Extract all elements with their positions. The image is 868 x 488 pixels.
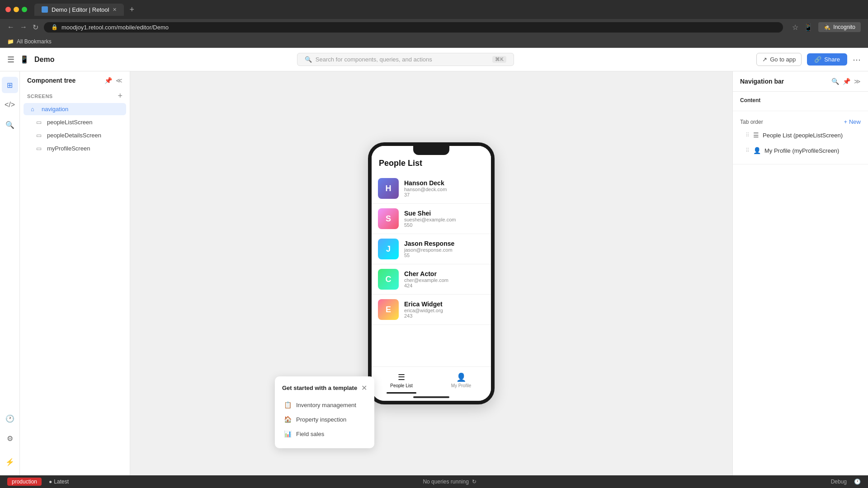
minimize-dot[interactable] <box>14 7 19 12</box>
phone-home-indicator <box>372 394 491 401</box>
popup-title: Get started with a template <box>282 385 357 391</box>
add-screen-btn[interactable]: + <box>118 91 123 101</box>
phone-nav-people-list[interactable]: ☰ People List <box>372 372 431 388</box>
refresh-btn[interactable]: ↻ <box>33 23 38 32</box>
field-sales-label: Field sales <box>296 431 324 437</box>
list-icon-1: ☰ <box>753 131 759 139</box>
person-item-3[interactable]: J Jason Response jason@response.com 55 <box>372 234 491 264</box>
pin-panel-btn[interactable]: 📌 <box>843 78 850 85</box>
debug-btn[interactable]: Debug <box>831 479 847 485</box>
person-info-2: Sue Shei sueshei@example.com 550 <box>404 210 485 228</box>
app-topbar: ☰ 📱 Demo 🔍 Search for components, querie… <box>0 48 868 71</box>
icon-sidebar: ⊞ </> 🔍 🕐 ⚙ ⚡ <box>0 71 20 475</box>
avatar-2: S <box>378 208 399 229</box>
hamburger-btn[interactable]: ☰ <box>7 55 14 65</box>
new-tab-btn[interactable]: + <box>129 5 134 14</box>
history-status-btn[interactable]: 🕐 <box>854 479 861 485</box>
plus-icon: + <box>844 118 847 125</box>
tab-title: Demo | Editor | Retool <box>52 6 109 13</box>
addr-right: 🕵 Incognito <box>818 22 861 32</box>
template-field-sales[interactable]: 📊 Field sales <box>282 427 367 441</box>
phone-mockup: People List H Hanson Deck hanson@deck.co… <box>368 142 495 404</box>
person-name-5: Erica Widget <box>404 300 485 308</box>
more-btn[interactable]: ⋯ <box>853 55 861 65</box>
screens-header: SCREENS + <box>20 89 130 103</box>
right-panel-actions: 🔍 📌 ≫ <box>831 78 861 85</box>
latest-badge[interactable]: ● Latest <box>49 479 69 485</box>
lightning-btn[interactable]: ⚡ <box>2 454 18 470</box>
template-inventory[interactable]: 📋 Inventory management <box>282 398 367 412</box>
tab-order-people-list[interactable]: ⠿ ☰ People List (peopleListScreen) <box>740 128 861 142</box>
person-item-5[interactable]: E Erica Widget erica@widget.org 243 <box>372 295 491 325</box>
topbar-right: ↗ Go to app 🔗 Share ⋯ <box>756 53 861 66</box>
drag-handle-1[interactable]: ⠿ <box>745 132 750 138</box>
panel-header-actions: 📌 ≪ <box>104 77 123 84</box>
person-info-5: Erica Widget erica@widget.org 243 <box>404 300 485 319</box>
property-label: Property inspection <box>296 416 346 423</box>
avatar-letter-2: S <box>378 208 399 229</box>
layers-btn[interactable]: ⊞ <box>2 77 18 93</box>
search-icon: 🔍 <box>305 56 312 63</box>
url-bar[interactable]: 🔒 moodjoy1.retool.com/mobile/editor/Demo <box>44 22 783 33</box>
person-email-2: sueshei@example.com <box>404 217 485 222</box>
bookmark-btn[interactable]: ☆ <box>792 23 798 32</box>
phone-nav: ☰ People List 👤 My Profile <box>372 366 491 394</box>
popup-close-btn[interactable]: ✕ <box>361 384 367 392</box>
incognito-btn[interactable]: 🕵 Incognito <box>818 22 861 32</box>
tab-order-label-2: My Profile (myProfileScreen) <box>764 147 855 154</box>
search-sidebar-btn[interactable]: 🔍 <box>2 117 18 133</box>
tab-order-my-profile[interactable]: ⠿ 👤 My Profile (myProfileScreen) <box>740 143 861 158</box>
app-icon-btn[interactable]: 📱 <box>20 55 29 64</box>
forward-btn[interactable]: → <box>20 23 27 31</box>
field-sales-icon: 📊 <box>284 430 292 437</box>
latest-dot: ● <box>49 479 52 485</box>
sidebar-item-navigation[interactable]: ⌂ navigation <box>24 103 126 115</box>
people-list-screen-label: peopleListScreen <box>47 119 92 126</box>
navigation-label: navigation <box>42 106 68 113</box>
tab-order-section: Tab order + New ⠿ ☰ People List (peopleL… <box>733 111 868 164</box>
sidebar-item-people-details[interactable]: ▭ peopleDetailsScreen <box>24 129 126 141</box>
search-panel-btn[interactable]: 🔍 <box>831 78 839 85</box>
address-bar: ← → ↻ 🔒 moodjoy1.retool.com/mobile/edito… <box>0 19 868 35</box>
bookmarks-label: All Bookmarks <box>17 38 52 45</box>
search-shortcut: ⌘K <box>492 56 506 63</box>
template-popup: Get started with a template ✕ 📋 Inventor… <box>275 376 374 448</box>
history-btn[interactable]: 🕐 <box>2 410 18 427</box>
person-item-4[interactable]: C Cher Actor cher@example.com 424 <box>372 264 491 295</box>
close-dot[interactable] <box>5 7 11 12</box>
ssl-icon: 🔒 <box>51 24 58 30</box>
sidebar-item-people-list[interactable]: ▭ peopleListScreen <box>24 116 126 128</box>
sidebar-item-my-profile[interactable]: ▭ myProfileScreen <box>24 142 126 155</box>
expand-panel-btn[interactable]: ≫ <box>854 78 861 85</box>
home-icon: ⌂ <box>31 106 38 113</box>
go-to-app-btn[interactable]: ↗ Go to app <box>756 53 802 66</box>
phone-nav-my-profile[interactable]: 👤 My Profile <box>431 372 491 388</box>
production-badge[interactable]: production <box>7 478 42 486</box>
person-count-4: 424 <box>404 283 485 288</box>
refresh-status-icon: ↻ <box>472 479 476 485</box>
avatar-1: H <box>378 178 399 199</box>
tab-close-btn[interactable]: ✕ <box>113 7 117 13</box>
people-list-nav-icon: ☰ <box>398 372 405 382</box>
person-item-2[interactable]: S Sue Shei sueshei@example.com 550 <box>372 204 491 234</box>
drag-handle-2[interactable]: ⠿ <box>745 147 750 154</box>
code-btn[interactable]: </> <box>2 97 18 113</box>
search-bar[interactable]: 🔍 Search for components, queries, and ac… <box>297 53 514 66</box>
person-item-1[interactable]: H Hanson Deck hanson@deck.com 37 <box>372 174 491 204</box>
pin-btn[interactable]: 📌 <box>104 77 112 84</box>
share-btn[interactable]: 🔗 Share <box>807 53 847 66</box>
url-text: moodjoy1.retool.com/mobile/editor/Demo <box>61 24 169 31</box>
maximize-dot[interactable] <box>22 7 27 12</box>
browser-tab[interactable]: Demo | Editor | Retool ✕ <box>34 4 124 16</box>
settings-sidebar-btn[interactable]: ⚙ <box>2 430 18 446</box>
avatar-letter-5: E <box>378 299 399 320</box>
bookmarks-bar: 📁 All Bookmarks <box>0 35 868 48</box>
person-email-5: erica@widget.org <box>404 308 485 313</box>
device-btn[interactable]: 📱 <box>804 23 813 32</box>
template-property[interactable]: 🏠 Property inspection <box>282 412 367 427</box>
nav-indicator <box>387 392 416 394</box>
new-tab-order-btn[interactable]: + New <box>844 118 861 125</box>
collapse-panel-btn[interactable]: ≪ <box>116 77 123 84</box>
back-btn[interactable]: ← <box>7 23 14 31</box>
tab-order-label-1: People List (peopleListScreen) <box>763 132 855 139</box>
